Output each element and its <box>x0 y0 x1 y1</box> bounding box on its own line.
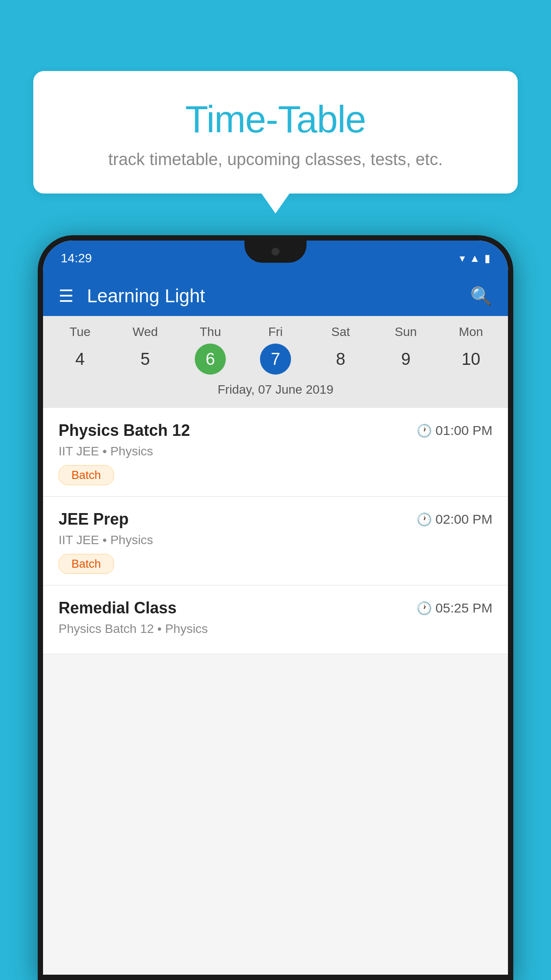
calendar-strip: Tue Wed Thu Fri Sat Sun Mon 4 5 6 7 8 9 … <box>43 316 508 408</box>
schedule-item-3-title: Remedial Class <box>59 599 177 617</box>
day-5[interactable]: 5 <box>130 344 161 375</box>
batch-badge-1: Batch <box>59 465 114 485</box>
schedule-item-1-title: Physics Batch 12 <box>59 421 190 440</box>
day-header-fri: Fri <box>243 325 308 339</box>
speech-bubble: Time-Table track timetable, upcoming cla… <box>33 71 518 194</box>
status-bar: 14:29 ▾ ▲ ▮ <box>43 241 508 276</box>
schedule-item-1-header: Physics Batch 12 🕐 01:00 PM <box>59 421 492 440</box>
bubble-subtitle: track timetable, upcoming classes, tests… <box>60 150 491 169</box>
schedule-item-1: Physics Batch 12 🕐 01:00 PM IIT JEE • Ph… <box>43 408 508 497</box>
bubble-title: Time-Table <box>60 98 491 141</box>
signal-icon: ▲ <box>469 252 480 265</box>
schedule-item-2-header: JEE Prep 🕐 02:00 PM <box>59 510 492 529</box>
battery-icon: ▮ <box>484 252 490 265</box>
day-header-wed: Wed <box>113 325 178 339</box>
schedule-item-3-subtitle: Physics Batch 12 • Physics <box>59 622 492 636</box>
notch <box>244 241 307 263</box>
day-9[interactable]: 9 <box>390 344 421 375</box>
schedule-item-2: JEE Prep 🕐 02:00 PM IIT JEE • Physics Ba… <box>43 497 508 585</box>
phone-frame: 14:29 ▾ ▲ ▮ ☰ Learning Light 🔍 Tue Wed T… <box>38 235 513 980</box>
camera-dot <box>272 248 279 256</box>
schedule-item-3: Remedial Class 🕐 05:25 PM Physics Batch … <box>43 585 508 654</box>
status-time: 14:29 <box>61 251 92 265</box>
day-numbers: 4 5 6 7 8 9 10 <box>47 344 504 375</box>
schedule-item-1-subtitle: IIT JEE • Physics <box>59 444 492 458</box>
clock-icon-2: 🕐 <box>417 512 432 527</box>
day-7-selected[interactable]: 7 <box>260 344 291 375</box>
schedule-item-3-time: 🕐 05:25 PM <box>417 601 492 616</box>
day-header-thu: Thu <box>178 325 243 339</box>
schedule-item-2-time: 🕐 02:00 PM <box>417 512 492 527</box>
batch-badge-2: Batch <box>59 554 114 574</box>
day-header-sat: Sat <box>308 325 373 339</box>
day-header-tue: Tue <box>47 325 113 339</box>
day-header-mon: Mon <box>438 325 504 339</box>
status-icons: ▾ ▲ ▮ <box>460 252 490 265</box>
search-icon[interactable]: 🔍 <box>470 286 492 307</box>
clock-icon-3: 🕐 <box>417 601 432 616</box>
phone-inner: 14:29 ▾ ▲ ▮ ☰ Learning Light 🔍 Tue Wed T… <box>43 241 508 975</box>
schedule-item-1-time: 🕐 01:00 PM <box>417 423 492 438</box>
speech-bubble-container: Time-Table track timetable, upcoming cla… <box>33 71 518 194</box>
hamburger-icon[interactable]: ☰ <box>59 288 74 304</box>
day-8[interactable]: 8 <box>325 344 356 375</box>
selected-date-label: Friday, 07 June 2019 <box>47 379 504 403</box>
app-header: ☰ Learning Light 🔍 <box>43 276 508 316</box>
schedule-item-2-title: JEE Prep <box>59 510 129 529</box>
day-6-today[interactable]: 6 <box>195 344 226 375</box>
day-10[interactable]: 10 <box>456 344 487 375</box>
day-header-sun: Sun <box>373 325 438 339</box>
day-headers: Tue Wed Thu Fri Sat Sun Mon <box>47 325 504 339</box>
schedule-item-3-header: Remedial Class 🕐 05:25 PM <box>59 599 492 617</box>
clock-icon-1: 🕐 <box>417 423 432 438</box>
app-title: Learning Light <box>87 285 470 307</box>
schedule-list: Physics Batch 12 🕐 01:00 PM IIT JEE • Ph… <box>43 408 508 654</box>
schedule-item-2-subtitle: IIT JEE • Physics <box>59 533 492 547</box>
wifi-icon: ▾ <box>460 252 465 265</box>
day-4[interactable]: 4 <box>64 344 95 375</box>
